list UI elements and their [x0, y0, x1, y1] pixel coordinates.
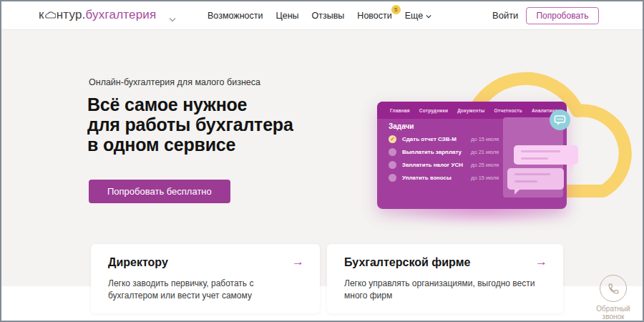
nav-item-prices[interactable]: Цены	[275, 11, 298, 21]
page-frame: кнтур.бухгалтерия Возможности Цены Отзыв…	[0, 0, 644, 322]
chat-bubble	[507, 168, 564, 190]
tasks-heading: Задачи	[389, 122, 414, 130]
nav-label: Еще	[405, 11, 423, 21]
chat-bubble-textline	[521, 157, 548, 160]
logo-brand: бухгалтерия	[86, 8, 157, 21]
header-try-button[interactable]: Попробовать	[526, 7, 599, 24]
task-row: ✓ Сдать отчет СЗВ-М до 15 июля	[389, 135, 499, 143]
hero-title-line: для работы бухгалтера	[87, 114, 293, 135]
login-link[interactable]: Войти	[492, 10, 518, 21]
nav-item-more[interactable]: Еще	[405, 11, 431, 21]
task-due: до 25 июля	[471, 162, 499, 168]
nav-label: Цены	[275, 11, 298, 21]
card-description: Легко заводить первичку, работать с бухг…	[108, 278, 271, 302]
chevron-down-icon	[426, 11, 431, 21]
chat-bubble-textline	[521, 150, 560, 152]
mockup-tab-employees: Сотрудники	[419, 108, 448, 113]
chat-bubble	[514, 145, 578, 165]
logo-text-k: к	[39, 8, 44, 21]
try-free-button[interactable]: Попробовать бесплатно	[89, 180, 230, 203]
check-icon: ✓	[389, 135, 396, 143]
logo-text-rest: нтур.	[57, 8, 86, 21]
chat-bubble-textline	[514, 173, 550, 175]
logo[interactable]: кнтур.бухгалтерия	[39, 8, 156, 23]
nav-label: Возможности	[208, 11, 263, 21]
arrow-right-icon: →	[292, 255, 304, 269]
hero-title-line: в одном сервисе	[87, 135, 293, 155]
card-director[interactable]: Директору → Легко заводить первичку, раб…	[91, 244, 320, 313]
task-row: Уплатить взносы до 15 июля	[389, 173, 499, 182]
task-due: до 21 июля	[471, 149, 499, 155]
nav-item-news[interactable]: Новости 5	[357, 11, 391, 21]
task-label: Уплатить взносы	[402, 175, 471, 181]
hero-eyebrow: Онлайн-бухгалтерия для малого бизнеса	[89, 77, 260, 87]
task-row: Заплатить налог УСН до 25 июля	[389, 160, 499, 169]
mockup-tab-documents: Документы	[457, 108, 484, 113]
card-title: Бухгалтерской фирме	[344, 256, 470, 269]
callback-label-line: звонок	[585, 313, 642, 321]
task-label: Заплатить налог УСН	[402, 162, 471, 168]
chat-message-icon	[550, 109, 570, 130]
task-row: Выплатить зарплату до 21 июля	[389, 147, 499, 156]
card-title: Директору	[108, 256, 168, 269]
task-circle-icon	[389, 174, 396, 182]
hero-title-line: Всё самое нужное	[87, 94, 293, 114]
callback-label: Обратный звонок	[585, 305, 642, 321]
hero-title: Всё самое нужное для работы бухгалтера в…	[87, 94, 293, 155]
task-label: Сдать отчет СЗВ-М	[402, 136, 471, 142]
card-accounting-firm[interactable]: Бухгалтерской фирме → Легко управлять ор…	[327, 244, 563, 313]
arrow-right-icon: →	[535, 255, 547, 269]
callback-label-line: Обратный	[585, 305, 642, 313]
task-due: до 15 июля	[471, 175, 499, 181]
mockup-tab-home: Главная	[390, 108, 410, 113]
mockup-nav-tabs: Главная Сотрудники Документы Отчетность …	[377, 102, 567, 119]
card-description: Легко управлять организациями, выгодно в…	[344, 278, 553, 302]
news-count-badge: 5	[391, 5, 401, 14]
product-switcher-chevron-down-icon[interactable]	[169, 12, 176, 25]
chat-bubble-textline	[514, 180, 537, 182]
nav-item-reviews[interactable]: Отзывы	[312, 11, 345, 21]
cloud-o-icon	[45, 9, 56, 23]
nav-label: Новости	[357, 11, 391, 21]
nav-item-features[interactable]: Возможности	[208, 11, 263, 21]
header: кнтур.бухгалтерия Возможности Цены Отзыв…	[1, 1, 643, 30]
task-circle-icon	[389, 161, 396, 169]
mockup-tab-reports: Отчетность	[494, 108, 522, 113]
task-label: Выплатить зарплату	[402, 149, 471, 155]
task-circle-icon	[389, 148, 396, 156]
callback-widget[interactable]: Обратный звонок	[585, 275, 642, 321]
phone-icon	[600, 275, 627, 302]
task-due: до 15 июля	[471, 136, 499, 142]
main-nav: Возможности Цены Отзывы Новости 5 Еще	[208, 1, 431, 29]
nav-label: Отзывы	[312, 11, 345, 21]
